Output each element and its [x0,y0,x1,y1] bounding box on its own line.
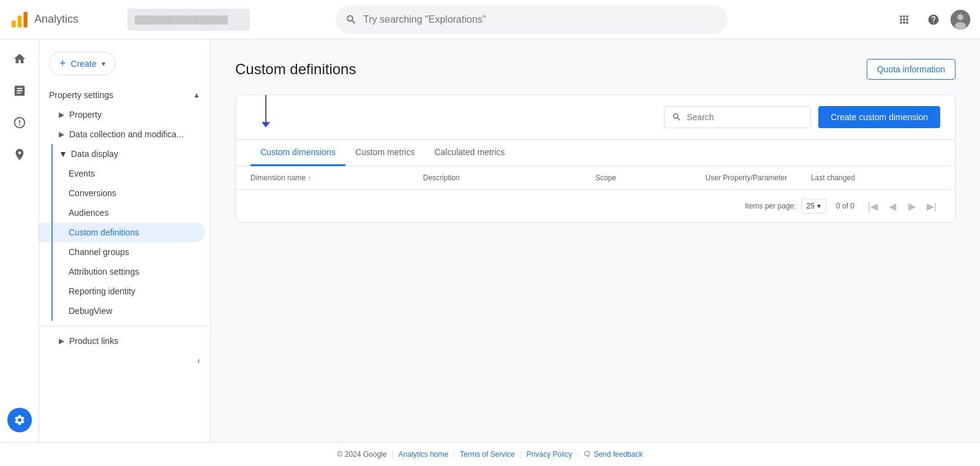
create-label: Create [71,59,97,69]
sidebar-sub-item-custom-definitions[interactable]: Custom definitions [39,223,205,242]
items-per-page: Items per page: 25 ▾ [745,199,826,213]
sidebar-sub-item-events[interactable]: Events [39,164,205,183]
nav-bottom [7,408,32,442]
user-avatar-icon [951,10,970,29]
first-page-button[interactable]: |◀ [864,197,881,215]
page-title: Custom definitions [235,61,356,78]
quota-information-button[interactable]: Quota information [867,59,956,80]
property-selector[interactable]: ▓▓▓▓▓▓▓▓▓▓▓▓▓▓▓▓ [127,9,250,31]
data-display-header[interactable]: ▼ Data display [39,144,210,164]
prev-page-button[interactable]: ◀ [884,197,901,215]
debugview-label: DebugView [69,306,112,316]
feedback-link[interactable]: Send feedback [594,450,643,459]
col-scope: Scope [595,174,682,182]
content-header: Custom definitions Quota information [235,59,956,80]
terms-link[interactable]: Terms of Service [460,450,514,459]
svg-rect-0 [12,20,15,27]
icon-nav [0,39,39,442]
search-field[interactable] [664,106,811,128]
tabs-bar: Custom dimensions Custom metrics Calcula… [236,140,955,166]
sidebar-sub-item-channel-groups[interactable]: Channel groups [39,242,205,262]
items-per-page-label: Items per page: [745,202,796,210]
sidebar-item-data-collection[interactable]: ▶ Data collection and modifica... [39,124,205,144]
pagination-info: 0 of 0 [836,202,854,210]
nav-advertising[interactable] [5,140,34,169]
svg-point-4 [957,14,963,20]
property-settings-section[interactable]: Property settings ▲ [39,85,210,105]
col-user-property: User Property/Parameter [682,174,811,182]
sidebar-item-property[interactable]: ▶ Property [39,105,205,124]
vertical-arrow-line [265,94,266,123]
table-header: Dimension name ↑ Description Scope User … [236,166,955,190]
channel-groups-label: Channel groups [69,247,129,257]
property-expand-icon: ▶ [59,110,64,119]
sort-arrow-icon: ↑ [308,175,311,181]
sidebar-sub-item-reporting-identity[interactable]: Reporting identity [39,281,205,301]
create-custom-dimension-button[interactable]: Create custom dimension [818,106,940,128]
sidebar-item-product-links[interactable]: ▶ Product links [39,331,205,351]
nav-reports[interactable] [5,76,34,105]
main-content: Custom definitions Quota information Cre… [211,39,980,442]
card-toolbar: Create custom dimension [236,95,955,140]
sidebar-sub-item-audiences[interactable]: Audiences [39,203,205,223]
data-display-section: ▼ Data display Events Conversions Audien… [39,144,210,321]
avatar[interactable] [951,10,970,29]
tab-custom-metrics[interactable]: Custom metrics [345,140,424,166]
data-collection-label: Data collection and modifica... [69,129,184,139]
tab-calculated-metrics[interactable]: Calculated metrics [424,140,514,166]
analytics-home-link[interactable]: Analytics home [399,450,448,459]
col-dimension-name[interactable]: Dimension name ↑ [251,174,423,182]
svg-point-5 [955,22,966,29]
feedback-icon: 🗨 [584,450,591,459]
nav-home[interactable] [5,44,34,74]
main-layout: + Create ▾ Property settings ▲ ▶ Propert… [0,39,980,442]
col-last-changed: Last changed [811,174,940,182]
property-label: Property [69,110,102,120]
help-button[interactable] [921,7,946,32]
help-icon [927,13,940,26]
data-collection-expand-icon: ▶ [59,130,64,139]
sidebar-sub-item-attribution[interactable]: Attribution settings [39,262,205,281]
search-icon [345,13,357,26]
create-chevron-icon: ▾ [102,59,105,68]
per-page-dropdown-icon: ▾ [817,202,821,210]
next-page-button[interactable]: ▶ [903,197,921,215]
tab-custom-dimensions[interactable]: Custom dimensions [251,140,345,166]
search-field-icon [672,112,682,123]
data-display-collapse-icon: ▼ [59,149,67,159]
create-plus-icon: + [59,57,66,70]
custom-definitions-label: Custom definitions [69,227,139,237]
privacy-link[interactable]: Privacy Policy [527,450,573,459]
table-footer: Items per page: 25 ▾ 0 of 0 |◀ ◀ ▶ ▶| [236,190,955,222]
global-search-bar[interactable] [336,6,728,34]
per-page-select[interactable]: 25 ▾ [801,199,826,213]
settings-button[interactable] [7,408,32,432]
nav-explore[interactable] [5,108,34,137]
global-search-input[interactable] [363,14,718,25]
sidebar-sub-item-conversions[interactable]: Conversions [39,183,205,203]
events-label: Events [69,169,95,178]
property-settings-label: Property settings [49,90,113,100]
property-settings-chevron-icon: ▲ [193,91,200,99]
arrow-container [251,105,657,129]
explore-icon [13,116,26,129]
topbar-right [892,7,970,32]
sidebar-collapse-button[interactable]: ‹ [39,351,210,370]
apps-grid-button[interactable] [892,7,916,32]
pagination-controls: |◀ ◀ ▶ ▶| [864,197,940,215]
content-card: Create custom dimension Custom dimension… [235,94,956,223]
reporting-identity-label: Reporting identity [69,286,135,296]
last-page-button[interactable]: ▶| [923,197,940,215]
create-button[interactable]: + Create ▾ [49,52,116,75]
data-display-label: Data display [71,149,118,159]
bar-chart-icon [13,84,26,97]
logo-text: Analytics [34,13,78,26]
sidebar-sub-item-debugview[interactable]: DebugView [39,301,205,321]
search-input[interactable] [687,112,803,122]
product-links-label: Product links [69,336,118,346]
svg-rect-1 [18,15,21,27]
col-description: Description [423,174,596,182]
audiences-label: Audiences [69,208,108,218]
sidebar-divider [39,326,210,326]
copyright: © 2024 Google [337,450,387,459]
